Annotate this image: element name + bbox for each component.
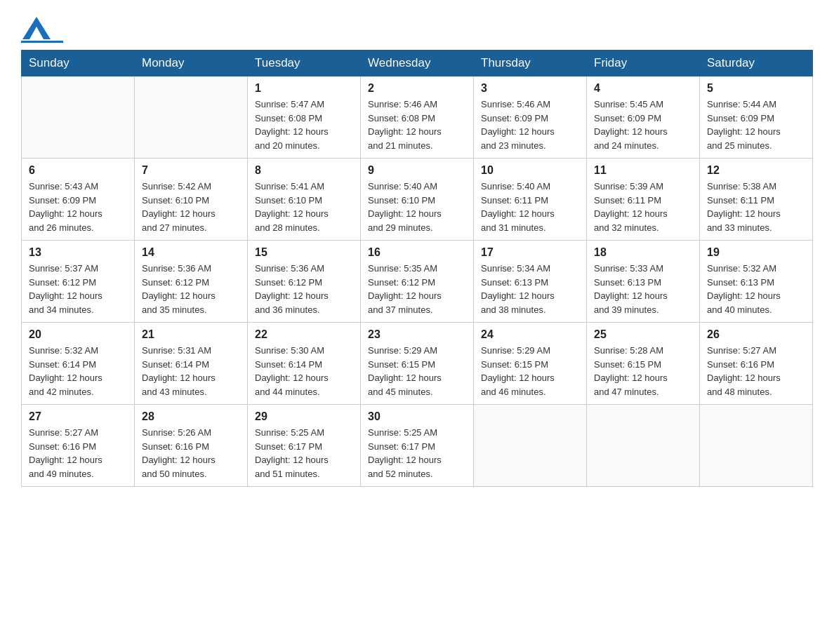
day-number: 27 [29, 410, 127, 423]
calendar-cell: 26Sunrise: 5:27 AM Sunset: 6:16 PM Dayli… [700, 323, 813, 405]
page-header [21, 14, 813, 43]
calendar-cell: 27Sunrise: 5:27 AM Sunset: 6:16 PM Dayli… [22, 405, 135, 487]
calendar-table: SundayMondayTuesdayWednesdayThursdayFrid… [21, 50, 813, 487]
day-info: Sunrise: 5:36 AM Sunset: 6:12 PM Dayligh… [142, 262, 240, 316]
day-number: 18 [594, 246, 692, 259]
weekday-header-thursday: Thursday [474, 51, 587, 76]
calendar-cell [474, 405, 587, 487]
calendar-cell: 28Sunrise: 5:26 AM Sunset: 6:16 PM Dayli… [135, 405, 248, 487]
calendar-cell: 16Sunrise: 5:35 AM Sunset: 6:12 PM Dayli… [361, 241, 474, 323]
calendar-cell: 5Sunrise: 5:44 AM Sunset: 6:09 PM Daylig… [700, 76, 813, 159]
calendar-cell: 21Sunrise: 5:31 AM Sunset: 6:14 PM Dayli… [135, 323, 248, 405]
calendar-week-row: 6Sunrise: 5:43 AM Sunset: 6:09 PM Daylig… [22, 159, 813, 241]
day-info: Sunrise: 5:28 AM Sunset: 6:15 PM Dayligh… [594, 344, 692, 398]
weekday-header-tuesday: Tuesday [248, 51, 361, 76]
day-info: Sunrise: 5:42 AM Sunset: 6:10 PM Dayligh… [142, 180, 240, 234]
logo-icon [22, 17, 51, 39]
weekday-header-friday: Friday [587, 51, 700, 76]
day-info: Sunrise: 5:32 AM Sunset: 6:13 PM Dayligh… [707, 262, 805, 316]
day-number: 8 [255, 164, 353, 177]
day-info: Sunrise: 5:25 AM Sunset: 6:17 PM Dayligh… [368, 426, 466, 481]
day-number: 3 [481, 82, 579, 95]
day-number: 25 [594, 328, 692, 341]
day-info: Sunrise: 5:25 AM Sunset: 6:17 PM Dayligh… [255, 426, 353, 481]
day-number: 22 [255, 328, 353, 341]
calendar-cell: 2Sunrise: 5:46 AM Sunset: 6:08 PM Daylig… [361, 76, 474, 159]
calendar-cell: 7Sunrise: 5:42 AM Sunset: 6:10 PM Daylig… [135, 159, 248, 241]
day-number: 12 [707, 164, 805, 177]
day-number: 24 [481, 328, 579, 341]
day-info: Sunrise: 5:33 AM Sunset: 6:13 PM Dayligh… [594, 262, 692, 316]
day-number: 14 [142, 246, 240, 259]
day-number: 4 [594, 82, 692, 95]
logo [21, 14, 67, 43]
weekday-header-saturday: Saturday [700, 51, 813, 76]
day-number: 21 [142, 328, 240, 341]
calendar-cell: 23Sunrise: 5:29 AM Sunset: 6:15 PM Dayli… [361, 323, 474, 405]
day-info: Sunrise: 5:38 AM Sunset: 6:11 PM Dayligh… [707, 180, 805, 234]
weekday-header-wednesday: Wednesday [361, 51, 474, 76]
calendar-cell: 24Sunrise: 5:29 AM Sunset: 6:15 PM Dayli… [474, 323, 587, 405]
day-number: 29 [255, 410, 353, 423]
day-number: 9 [368, 164, 466, 177]
calendar-cell: 19Sunrise: 5:32 AM Sunset: 6:13 PM Dayli… [700, 241, 813, 323]
calendar-week-row: 1Sunrise: 5:47 AM Sunset: 6:08 PM Daylig… [22, 76, 813, 159]
calendar-cell: 13Sunrise: 5:37 AM Sunset: 6:12 PM Dayli… [22, 241, 135, 323]
day-info: Sunrise: 5:32 AM Sunset: 6:14 PM Dayligh… [29, 344, 127, 398]
day-info: Sunrise: 5:27 AM Sunset: 6:16 PM Dayligh… [707, 344, 805, 398]
day-number: 19 [707, 246, 805, 259]
day-number: 23 [368, 328, 466, 341]
weekday-header-sunday: Sunday [22, 51, 135, 76]
day-info: Sunrise: 5:47 AM Sunset: 6:08 PM Dayligh… [255, 98, 353, 152]
calendar-cell: 15Sunrise: 5:36 AM Sunset: 6:12 PM Dayli… [248, 241, 361, 323]
day-number: 1 [255, 82, 353, 95]
day-info: Sunrise: 5:46 AM Sunset: 6:09 PM Dayligh… [481, 98, 579, 152]
calendar-week-row: 13Sunrise: 5:37 AM Sunset: 6:12 PM Dayli… [22, 241, 813, 323]
day-info: Sunrise: 5:41 AM Sunset: 6:10 PM Dayligh… [255, 180, 353, 234]
day-number: 13 [29, 246, 127, 259]
calendar-cell: 6Sunrise: 5:43 AM Sunset: 6:09 PM Daylig… [22, 159, 135, 241]
day-info: Sunrise: 5:29 AM Sunset: 6:15 PM Dayligh… [481, 344, 579, 398]
calendar-cell [587, 405, 700, 487]
calendar-header-row: SundayMondayTuesdayWednesdayThursdayFrid… [22, 51, 813, 76]
calendar-cell: 4Sunrise: 5:45 AM Sunset: 6:09 PM Daylig… [587, 76, 700, 159]
day-number: 20 [29, 328, 127, 341]
day-number: 16 [368, 246, 466, 259]
calendar-cell: 8Sunrise: 5:41 AM Sunset: 6:10 PM Daylig… [248, 159, 361, 241]
calendar-cell [135, 76, 248, 159]
day-number: 7 [142, 164, 240, 177]
day-number: 30 [368, 410, 466, 423]
day-info: Sunrise: 5:30 AM Sunset: 6:14 PM Dayligh… [255, 344, 353, 398]
calendar-cell: 20Sunrise: 5:32 AM Sunset: 6:14 PM Dayli… [22, 323, 135, 405]
calendar-cell: 25Sunrise: 5:28 AM Sunset: 6:15 PM Dayli… [587, 323, 700, 405]
calendar-cell: 10Sunrise: 5:40 AM Sunset: 6:11 PM Dayli… [474, 159, 587, 241]
day-number: 11 [594, 164, 692, 177]
day-info: Sunrise: 5:46 AM Sunset: 6:08 PM Dayligh… [368, 98, 466, 152]
calendar-cell [22, 76, 135, 159]
day-number: 6 [29, 164, 127, 177]
day-info: Sunrise: 5:31 AM Sunset: 6:14 PM Dayligh… [142, 344, 240, 398]
calendar-cell: 30Sunrise: 5:25 AM Sunset: 6:17 PM Dayli… [361, 405, 474, 487]
calendar-cell: 29Sunrise: 5:25 AM Sunset: 6:17 PM Dayli… [248, 405, 361, 487]
day-info: Sunrise: 5:43 AM Sunset: 6:09 PM Dayligh… [29, 180, 127, 234]
day-info: Sunrise: 5:36 AM Sunset: 6:12 PM Dayligh… [255, 262, 353, 316]
calendar-cell: 9Sunrise: 5:40 AM Sunset: 6:10 PM Daylig… [361, 159, 474, 241]
day-number: 28 [142, 410, 240, 423]
day-number: 17 [481, 246, 579, 259]
calendar-cell: 17Sunrise: 5:34 AM Sunset: 6:13 PM Dayli… [474, 241, 587, 323]
weekday-header-monday: Monday [135, 51, 248, 76]
day-info: Sunrise: 5:29 AM Sunset: 6:15 PM Dayligh… [368, 344, 466, 398]
calendar-cell: 14Sunrise: 5:36 AM Sunset: 6:12 PM Dayli… [135, 241, 248, 323]
day-info: Sunrise: 5:44 AM Sunset: 6:09 PM Dayligh… [707, 98, 805, 152]
calendar-cell: 3Sunrise: 5:46 AM Sunset: 6:09 PM Daylig… [474, 76, 587, 159]
calendar-week-row: 27Sunrise: 5:27 AM Sunset: 6:16 PM Dayli… [22, 405, 813, 487]
day-info: Sunrise: 5:34 AM Sunset: 6:13 PM Dayligh… [481, 262, 579, 316]
day-info: Sunrise: 5:39 AM Sunset: 6:11 PM Dayligh… [594, 180, 692, 234]
day-info: Sunrise: 5:26 AM Sunset: 6:16 PM Dayligh… [142, 426, 240, 481]
day-number: 10 [481, 164, 579, 177]
day-info: Sunrise: 5:40 AM Sunset: 6:10 PM Dayligh… [368, 180, 466, 234]
day-info: Sunrise: 5:27 AM Sunset: 6:16 PM Dayligh… [29, 426, 127, 481]
day-info: Sunrise: 5:37 AM Sunset: 6:12 PM Dayligh… [29, 262, 127, 316]
calendar-week-row: 20Sunrise: 5:32 AM Sunset: 6:14 PM Dayli… [22, 323, 813, 405]
day-number: 5 [707, 82, 805, 95]
